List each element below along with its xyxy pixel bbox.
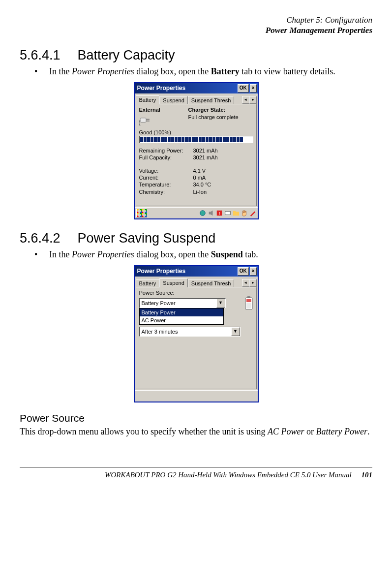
header-chapter: Chapter 5: Configuration (20, 15, 372, 25)
battery-icon (244, 296, 253, 310)
tab-suspend[interactable]: Suspend (159, 278, 187, 287)
pen-icon[interactable] (249, 210, 256, 216)
titlebar[interactable]: Power Properties OK × (135, 266, 258, 277)
system-tray: ! (199, 210, 256, 216)
voltage-label: Voltage: (139, 167, 193, 174)
power-source-dropdown[interactable]: Battery Power ▼ (139, 298, 226, 308)
page-header: Chapter 5: Configuration Power Managemen… (20, 15, 372, 36)
svg-text:!: ! (218, 211, 220, 216)
svg-rect-12 (246, 299, 251, 302)
ok-button[interactable]: OK (238, 84, 249, 93)
hand-icon[interactable] (241, 210, 248, 216)
power-source-value: Battery Power (142, 300, 176, 307)
alert-icon[interactable]: ! (216, 210, 223, 216)
tab-scroll-right[interactable]: ▸ (249, 96, 257, 104)
temperature-label: Temperature: (139, 181, 193, 188)
svg-rect-0 (140, 118, 146, 122)
tab-suspend[interactable]: Suspend (159, 96, 187, 104)
charger-state-label: Charger State: (188, 106, 239, 113)
bullet-battery: In the Power Properties dialog box, open… (34, 66, 372, 77)
external-label: External (139, 106, 188, 113)
title-text: Power Properties (137, 85, 186, 93)
option-ac-power[interactable]: AC Power (140, 316, 223, 324)
ok-button[interactable]: OK (238, 267, 249, 276)
timeout-value: After 3 minutes (142, 328, 178, 335)
option-battery-power[interactable]: Battery Power (140, 309, 223, 316)
page-footer: WORKABOUT PRO G2 Hand-Held With Windows … (20, 467, 372, 480)
page-number: 101 (362, 471, 373, 479)
remaining-power-label: Remaining Power: (139, 147, 193, 154)
taskbar: ! (135, 207, 258, 218)
full-capacity-label: Full Capacity: (139, 154, 193, 161)
current-label: Current: (139, 174, 193, 181)
dialog-body: Power Source: Battery Power ▼ Battery Po… (136, 287, 257, 389)
power-properties-dialog-battery: Power Properties OK × Battery Suspend Su… (134, 82, 259, 219)
start-button[interactable] (136, 209, 147, 217)
chevron-down-icon: ▼ (216, 299, 225, 308)
battery-progress-bar (139, 136, 253, 143)
power-properties-dialog-suspend: Power Properties OK × Battery Suspend Su… (134, 265, 259, 402)
tab-scroll-left[interactable]: ◂ (242, 96, 249, 104)
svg-rect-13 (246, 303, 251, 309)
timeout-dropdown[interactable]: After 3 minutes ▼ (139, 327, 241, 337)
subsection-power-source: Power Source (20, 411, 372, 425)
tab-strip: Battery Suspend Suspend Thresh ◂ ▸ (135, 277, 258, 287)
remaining-power-value: 3021 mAh (193, 147, 218, 154)
plug-icon (139, 115, 153, 126)
footer-text: WORKABOUT PRO G2 Hand-Held With Windows … (105, 471, 352, 479)
bullet-suspend: In the Power Properties dialog box, open… (34, 249, 372, 260)
power-source-label: Power Source: (139, 289, 241, 296)
close-button[interactable]: × (250, 267, 257, 276)
chemistry-label: Chemistry: (139, 188, 193, 195)
full-capacity-value: 3021 mAh (193, 154, 218, 161)
voltage-value: 4.1 V (193, 167, 206, 174)
titlebar[interactable]: Power Properties OK × (135, 83, 258, 93)
title-text: Power Properties (137, 268, 186, 276)
card-icon[interactable] (224, 210, 231, 216)
section-battery-capacity: 5.6.4.1 Battery Capacity (20, 47, 372, 64)
folder-icon[interactable] (233, 210, 240, 216)
tab-scroll-left[interactable]: ◂ (242, 279, 249, 287)
chemistry-value: Li-Ion (193, 188, 207, 195)
dialog-body: External Charger State: Full charge comp… (136, 104, 257, 206)
taskbar (135, 390, 258, 402)
charger-state-value: Full charge complete (188, 114, 239, 121)
power-source-body: This drop-down menu allows you to specif… (20, 426, 372, 437)
section-power-saving-suspend: 5.6.4.2 Power Saving Suspend (20, 230, 372, 247)
network-icon[interactable] (199, 210, 206, 216)
svg-rect-8 (233, 212, 239, 216)
volume-icon[interactable] (208, 210, 214, 216)
battery-good-label: Good (100%) (139, 129, 253, 136)
tab-strip: Battery Suspend Suspend Thresh ◂ ▸ (135, 93, 258, 104)
svg-rect-4 (209, 212, 211, 215)
temperature-value: 34.0 °C (193, 181, 211, 188)
svg-rect-9 (233, 211, 235, 213)
header-section: Power Management Properties (20, 25, 372, 35)
tab-scroll-right[interactable]: ▸ (249, 279, 257, 287)
svg-rect-7 (225, 212, 230, 215)
close-button[interactable]: × (250, 84, 257, 93)
tab-suspend-threshold[interactable]: Suspend Thresh (188, 279, 235, 287)
chevron-down-icon: ▼ (231, 327, 240, 336)
tab-suspend-threshold[interactable]: Suspend Thresh (188, 96, 235, 104)
svg-point-3 (200, 211, 205, 216)
tab-battery[interactable]: Battery (136, 95, 160, 104)
current-value: 0 mA (193, 174, 206, 181)
tab-battery[interactable]: Battery (136, 279, 160, 287)
power-source-options: Battery Power AC Power (139, 308, 224, 325)
